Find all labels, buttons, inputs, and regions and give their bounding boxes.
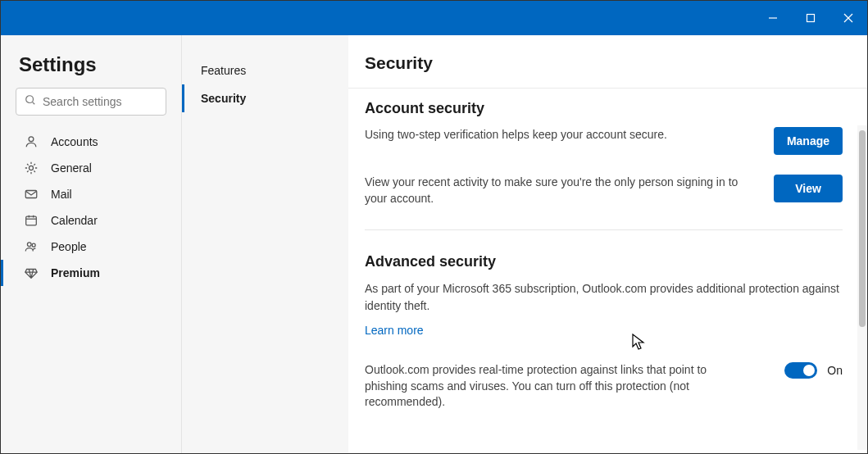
subnav-item-label: Security — [201, 92, 246, 105]
minimize-button[interactable] — [754, 1, 792, 35]
person-icon — [23, 134, 39, 149]
settings-sidebar: Settings Accounts General Mail — [1, 35, 181, 453]
sidebar-item-label: Accounts — [51, 135, 98, 148]
section-divider — [365, 229, 843, 230]
sidebar-item-people[interactable]: People — [1, 234, 181, 260]
recent-activity-description: View your recent activity to make sure y… — [365, 175, 754, 207]
settings-title: Settings — [1, 53, 181, 88]
sidebar-item-label: General — [51, 161, 92, 175]
sidebar-item-calendar[interactable]: Calendar — [1, 207, 181, 234]
calendar-icon — [23, 213, 39, 228]
phishing-protection-description: Outlook.com provides real-time protectio… — [365, 362, 725, 411]
svg-rect-9 — [26, 216, 37, 225]
manage-button[interactable]: Manage — [774, 127, 843, 155]
people-icon — [23, 239, 39, 254]
diamond-icon — [23, 266, 39, 280]
sidebar-item-general[interactable]: General — [1, 155, 181, 181]
settings-nav: Accounts General Mail Calendar People Pr… — [1, 129, 181, 286]
mail-icon — [23, 187, 39, 202]
svg-rect-1 — [807, 15, 815, 22]
sidebar-item-label: Premium — [51, 266, 100, 279]
advanced-security-description: As part of your Microsoft 365 subscripti… — [365, 280, 843, 315]
scrollbar-thumb[interactable] — [859, 130, 866, 327]
svg-point-4 — [26, 96, 34, 103]
learn-more-link[interactable]: Learn more — [365, 324, 424, 337]
svg-point-13 — [27, 243, 31, 247]
subnav-item-label: Features — [201, 64, 246, 77]
subnav-item-security[interactable]: Security — [182, 84, 348, 112]
svg-point-6 — [29, 137, 34, 142]
sidebar-item-label: Mail — [51, 188, 72, 201]
content-pane: Security Account security Using two-step… — [348, 35, 867, 453]
subnav-item-features[interactable]: Features — [182, 57, 348, 84]
content-scroll[interactable]: Account security Using two-step verifica… — [348, 88, 867, 453]
svg-line-5 — [33, 102, 35, 105]
page-title: Security — [365, 53, 867, 73]
svg-point-14 — [32, 243, 35, 247]
gear-icon — [23, 161, 39, 175]
view-button[interactable]: View — [774, 175, 843, 202]
search-icon — [25, 94, 36, 109]
sidebar-item-accounts[interactable]: Accounts — [1, 129, 181, 155]
sidebar-item-label: Calendar — [51, 214, 98, 227]
subsettings-sidebar: Features Security — [181, 35, 348, 453]
maximize-button[interactable] — [792, 1, 829, 35]
sidebar-item-mail[interactable]: Mail — [1, 181, 181, 207]
two-step-description: Using two-step verification helps keep y… — [365, 127, 754, 143]
close-button[interactable] — [829, 1, 867, 35]
sidebar-item-premium[interactable]: Premium — [1, 260, 181, 286]
window-titlebar — [1, 1, 867, 35]
scrollbar-track[interactable] — [857, 125, 867, 450]
sidebar-item-label: People — [51, 240, 87, 253]
toggle-label: On — [827, 364, 843, 377]
phishing-protection-toggle[interactable] — [784, 362, 817, 379]
advanced-security-heading: Advanced security — [365, 253, 843, 270]
account-security-heading: Account security — [365, 100, 843, 117]
search-settings-field[interactable] — [43, 95, 186, 108]
svg-point-7 — [29, 166, 33, 170]
search-settings-input[interactable] — [16, 88, 166, 116]
